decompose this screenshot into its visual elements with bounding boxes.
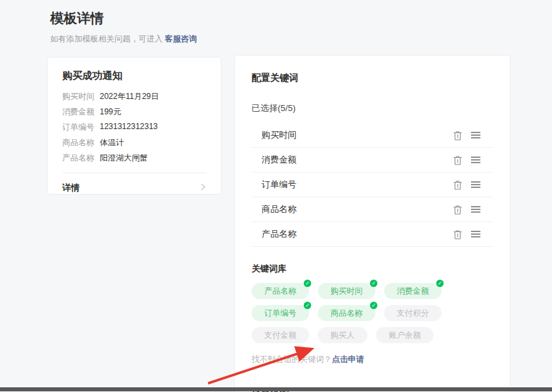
drag-keyword-handle[interactable] xyxy=(470,205,481,213)
check-badge-icon: ✓ xyxy=(370,280,377,287)
template-field-row: 产品名称 阳澄湖大闸蟹 xyxy=(62,153,206,168)
field-value: 2022年11月29日 xyxy=(100,91,159,102)
keyword-pill-label: 支付积分 xyxy=(397,308,429,319)
selected-keyword-label: 消费金额 xyxy=(262,154,296,166)
drag-handle-icon xyxy=(470,181,481,189)
keyword-pill-label: 消费金额 xyxy=(397,286,429,297)
selected-keyword-label: 商品名称 xyxy=(262,203,296,215)
keyword-pill[interactable]: 购买人 xyxy=(318,327,367,343)
detail-link-row[interactable]: 详情 xyxy=(62,173,206,202)
keyword-library: 产品名称✓ 购买时间✓ 消费金额✓ 订单编号✓ 商品名称✓ 支付积分 支付金额 … xyxy=(252,283,499,343)
keyword-pill-label: 购买人 xyxy=(331,330,355,341)
keyword-config-panel: 配置关键词 已选择(5/5) 购买时间 消费金额 订单编号 商品名称 xyxy=(234,55,511,392)
drag-keyword-handle[interactable] xyxy=(470,131,481,139)
page-title: 模板详情 xyxy=(50,9,104,27)
drag-keyword-handle[interactable] xyxy=(470,181,481,189)
keyword-pill[interactable]: 账户余额 xyxy=(376,327,434,343)
chevron-right-icon xyxy=(200,182,206,194)
template-field-row: 消费金额 199元 xyxy=(62,106,206,122)
apply-keyword-link[interactable]: 点击申请 xyxy=(332,355,364,364)
field-value: 体温计 xyxy=(100,137,124,149)
drag-handle-icon xyxy=(470,230,481,238)
keyword-pill-label: 支付金额 xyxy=(264,330,296,341)
detail-label: 详情 xyxy=(62,182,80,194)
apply-hint-text: 找不到合适的关键词？ xyxy=(252,355,332,364)
check-badge-icon: ✓ xyxy=(436,280,444,287)
trash-icon xyxy=(453,180,462,190)
keyword-pill-label: 订单编号 xyxy=(264,308,296,319)
keyword-pill[interactable]: 产品名称✓ xyxy=(252,283,309,299)
field-value: 1231312312313 xyxy=(100,122,158,131)
template-fields: 购买时间 2022年11月29日 消费金额 199元 订单编号 12313123… xyxy=(62,91,206,168)
check-badge-icon: ✓ xyxy=(370,302,377,309)
selected-keyword-row: 订单编号 xyxy=(252,173,493,197)
keyword-pill[interactable]: 订单编号✓ xyxy=(252,305,309,321)
keyword-pill[interactable]: 消费金额✓ xyxy=(384,283,442,299)
delete-keyword-button[interactable] xyxy=(453,130,462,140)
selected-keyword-row: 商品名称 xyxy=(252,197,493,222)
field-label: 购买时间 xyxy=(62,91,94,102)
keyword-pill-label: 账户余额 xyxy=(389,330,421,341)
field-value: 阳澄湖大闸蟹 xyxy=(100,153,148,164)
field-label: 订单编号 xyxy=(62,122,94,133)
field-label: 商品名称 xyxy=(62,137,94,149)
delete-keyword-button[interactable] xyxy=(453,205,462,215)
selected-keyword-label: 产品名称 xyxy=(262,228,296,240)
selected-keyword-row: 产品名称 xyxy=(252,222,493,247)
trash-icon xyxy=(453,130,462,140)
customer-service-link[interactable]: 客服咨询 xyxy=(165,34,197,43)
template-preview-card: 购买成功通知 购买时间 2022年11月29日 消费金额 199元 订单编号 1… xyxy=(47,57,221,195)
selected-keyword-row: 购买时间 xyxy=(252,123,493,148)
trash-icon xyxy=(453,205,462,215)
template-title: 购买成功通知 xyxy=(62,70,206,82)
check-badge-icon: ✓ xyxy=(304,280,311,287)
selected-keyword-row: 消费金额 xyxy=(252,148,493,173)
trash-icon xyxy=(453,229,462,239)
field-label: 消费金额 xyxy=(62,106,94,118)
bottom-edge-bar xyxy=(0,387,552,391)
drag-handle-icon xyxy=(470,205,481,213)
template-field-row: 订单编号 1231312312313 xyxy=(62,122,206,137)
template-field-row: 商品名称 体温计 xyxy=(62,137,206,153)
selected-count: 已选择(5/5) xyxy=(252,102,493,114)
selected-keyword-list: 购买时间 消费金额 订单编号 商品名称 xyxy=(252,123,493,247)
trash-icon xyxy=(453,155,462,165)
check-badge-icon: ✓ xyxy=(304,302,311,309)
keyword-pill[interactable]: 购买时间✓ xyxy=(318,283,375,299)
selected-keyword-label: 购买时间 xyxy=(262,129,296,141)
delete-keyword-button[interactable] xyxy=(453,155,462,165)
delete-keyword-button[interactable] xyxy=(453,229,462,239)
drag-handle-icon xyxy=(470,131,481,139)
keyword-pill[interactable]: 商品名称✓ xyxy=(318,305,375,321)
drag-keyword-handle[interactable] xyxy=(470,230,481,238)
delete-keyword-button[interactable] xyxy=(453,180,462,190)
drag-handle-icon xyxy=(470,156,481,164)
keyword-pill-label: 购买时间 xyxy=(331,286,363,297)
keyword-pill-label: 产品名称 xyxy=(264,286,296,297)
subtitle-text: 如有添加模板相关问题，可进入 xyxy=(50,34,165,43)
keyword-library-title: 关键词库 xyxy=(252,263,493,275)
config-section-title: 配置关键词 xyxy=(252,72,493,84)
keyword-pill[interactable]: 支付金额 xyxy=(252,327,309,343)
field-label: 产品名称 xyxy=(62,153,94,164)
selected-keyword-label: 订单编号 xyxy=(262,179,296,191)
field-value: 199元 xyxy=(100,106,121,118)
keyword-pill-label: 商品名称 xyxy=(331,308,363,319)
drag-keyword-handle[interactable] xyxy=(470,156,481,164)
template-field-row: 购买时间 2022年11月29日 xyxy=(62,91,206,106)
keyword-pill[interactable]: 支付积分 xyxy=(384,305,442,321)
apply-keyword-line: 找不到合适的关键词？点击申请 xyxy=(252,354,493,365)
page-subtitle: 如有添加模板相关问题，可进入 客服咨询 xyxy=(50,33,197,45)
